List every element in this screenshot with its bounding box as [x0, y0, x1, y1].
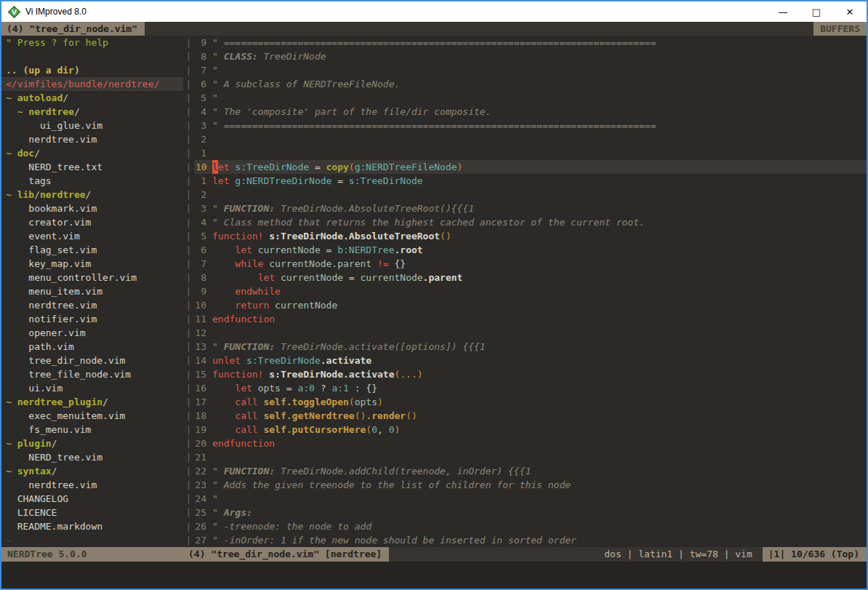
tree-item[interactable]: menu_item.vim	[1, 284, 183, 298]
code-line[interactable]: 27" -inOrder: 1 if the new node should b…	[194, 533, 867, 547]
token-va: opts	[258, 381, 281, 395]
code-line[interactable]: 5function! s:TreeDirNode.AbsoluteTreeRoo…	[194, 229, 867, 243]
close-button[interactable]: ✕	[833, 1, 867, 22]
code-line[interactable]: 3" FUNCTION: TreeDirNode.AbsoluteTreeRoo…	[194, 202, 867, 215]
code-line[interactable]: 5"	[194, 91, 867, 105]
separator-glyph: |	[183, 326, 194, 340]
tree-item[interactable]: ~ doc/	[1, 146, 183, 160]
token-id: s:TreeDirNode	[246, 354, 321, 367]
tree-item[interactable]: tree_dir_node.vim	[1, 354, 183, 367]
token-kw: return	[235, 298, 269, 312]
tree-item[interactable]: bookmark.vim	[1, 202, 183, 215]
code-line[interactable]: 8" CLASS: TreeDirNode	[194, 49, 867, 63]
code-line[interactable]: 2	[194, 188, 867, 202]
code-line[interactable]: 25" Args:	[194, 506, 867, 519]
tree-item[interactable]: opener.vim	[1, 326, 183, 340]
code-line[interactable]: 22" FUNCTION: TreeDirNode.addChild(treen…	[194, 464, 867, 478]
token-slash: /	[52, 438, 57, 449]
line-number: 8	[194, 49, 212, 63]
code-line[interactable]: 1	[194, 146, 867, 160]
code-line[interactable]: 7"	[194, 63, 867, 77]
code-line[interactable]: 15function! s:TreeDirNode.activate(...)	[194, 367, 867, 381]
tree-item[interactable]: creator.vim	[1, 215, 183, 229]
separator-glyph: |	[183, 105, 194, 119]
code-line[interactable]: 14unlet s:TreeDirNode.activate	[194, 354, 867, 367]
window-separator[interactable]: |||||||||||||||||||||||||||||||||||||	[183, 36, 194, 547]
minimize-button[interactable]: —	[766, 1, 800, 22]
tree-item[interactable]: ~ plugin/	[1, 436, 183, 450]
code-line[interactable]: 19 call self.putCursorHere(0, 0)	[194, 423, 867, 436]
tree-item[interactable]: fs_menu.vim	[1, 423, 183, 436]
token-c: " A subclass of NERDTreeFileNode.	[212, 77, 400, 91]
tree-item[interactable]: tree_file_node.vim	[1, 367, 183, 381]
code-line[interactable]: 26" -treenode: the node to add	[194, 519, 867, 533]
tree-item[interactable]: nerdtree.vim	[1, 478, 183, 492]
svg-text:V: V	[12, 8, 17, 16]
code-line[interactable]: 1let g:NERDTreeDirNode = s:TreeDirNode	[194, 174, 867, 188]
code-line[interactable]: 10 return currentNode	[194, 298, 867, 312]
tab-tree-dir-node-vim[interactable]: (4) "tree_dir_node.vim"	[1, 22, 145, 36]
tree-item[interactable]: ~ nerdtree_plugin/	[1, 395, 183, 409]
tree-item[interactable]	[1, 49, 183, 63]
tree-item[interactable]: NERD_tree.vim	[1, 450, 183, 464]
maximize-button[interactable]: □	[800, 1, 833, 22]
code-line[interactable]: 4" The 'composite' part of the file/dir …	[194, 105, 867, 119]
code-line[interactable]: 23" Adds the given treenode to the list …	[194, 478, 867, 492]
tree-item[interactable]: ui_glue.vim	[1, 119, 183, 132]
token-file: ui.vim	[6, 383, 63, 394]
tree-item[interactable]: path.vim	[1, 340, 183, 354]
tree-item[interactable]: LICENCE	[1, 506, 183, 519]
tree-item[interactable]: ~	[1, 533, 183, 547]
tree-item[interactable]: </vimfiles/bundle/nerdtree/	[1, 77, 183, 91]
tree-item[interactable]: flag_set.vim	[1, 243, 183, 257]
code-line[interactable]: 21	[194, 450, 867, 464]
token-kw: let	[235, 243, 252, 257]
code-line[interactable]: 2	[194, 132, 867, 146]
code-line[interactable]: 11endfunction	[194, 312, 867, 326]
tree-item[interactable]: exec_menuitem.vim	[1, 409, 183, 423]
token-nontext: ~	[6, 535, 12, 546]
code-line[interactable]: 16 let opts = a:0 ? a:1 : {}	[194, 381, 867, 395]
tree-item[interactable]: ~ lib/nerdtree/	[1, 188, 183, 202]
tree-item[interactable]: " Press ? for help	[1, 36, 183, 49]
code-line[interactable]: 9" =====================================…	[194, 36, 867, 49]
tree-item[interactable]: ~ nerdtree/	[1, 105, 183, 119]
code-line[interactable]: 3" =====================================…	[194, 119, 867, 132]
token-cb: FUNCTION:	[224, 340, 275, 354]
tree-item[interactable]: ui.vim	[1, 381, 183, 395]
tree-item[interactable]: ~ syntax/	[1, 464, 183, 478]
line-number: 9	[194, 36, 212, 49]
code-line[interactable]: 20endfunction	[194, 436, 867, 450]
tree-item[interactable]: NERD_tree.txt	[1, 160, 183, 174]
tree-item[interactable]: CHANGELOG	[1, 492, 183, 506]
code-line[interactable]: 9 endwhile	[194, 284, 867, 298]
code-line[interactable]: 6 let currentNode = b:NERDTree.root	[194, 243, 867, 257]
tree-item[interactable]: menu_controller.vim	[1, 271, 183, 284]
tree-item[interactable]: ~ autoload/	[1, 91, 183, 105]
separator-glyph: |	[183, 49, 194, 63]
code-line[interactable]: 24"	[194, 492, 867, 506]
separator-glyph: |	[183, 188, 194, 202]
code-line[interactable]: 17 call self.toggleOpen(opts)	[194, 395, 867, 409]
code-line[interactable]: 13" FUNCTION: TreeDirNode.activate([opti…	[194, 340, 867, 354]
code-line[interactable]: 7 while currentNode.parent != {}	[194, 257, 867, 271]
token-file: tags	[6, 175, 52, 186]
tree-item[interactable]: .. (up a dir)	[1, 63, 183, 77]
line-number: 9	[194, 284, 212, 298]
code-line[interactable]: 12	[194, 326, 867, 340]
code-line[interactable]: 6" A subclass of NERDTreeFileNode.	[194, 77, 867, 91]
code-line[interactable]: 8 let currentNode = currentNode.parent	[194, 271, 867, 284]
token-c: " -inOrder: 1 if the new node should be …	[212, 533, 576, 547]
tree-item[interactable]: event.vim	[1, 229, 183, 243]
code-line[interactable]: 4" Class method that returns the highest…	[194, 215, 867, 229]
tree-item[interactable]: tags	[1, 174, 183, 188]
token-id: b:NERDTree	[337, 243, 394, 257]
code-buffer[interactable]: 9" =====================================…	[194, 36, 867, 547]
code-line[interactable]: 10let s:TreeDirNode = copy(g:NERDTreeFil…	[194, 160, 867, 174]
tree-item[interactable]: nerdtree.vim	[1, 132, 183, 146]
tree-item[interactable]: notifier.vim	[1, 312, 183, 326]
tree-item[interactable]: key_map.vim	[1, 257, 183, 271]
code-line[interactable]: 18 call self.getNerdtree().render()	[194, 409, 867, 423]
tree-item[interactable]: README.markdown	[1, 519, 183, 533]
tree-item[interactable]: nerdtree.vim	[1, 298, 183, 312]
